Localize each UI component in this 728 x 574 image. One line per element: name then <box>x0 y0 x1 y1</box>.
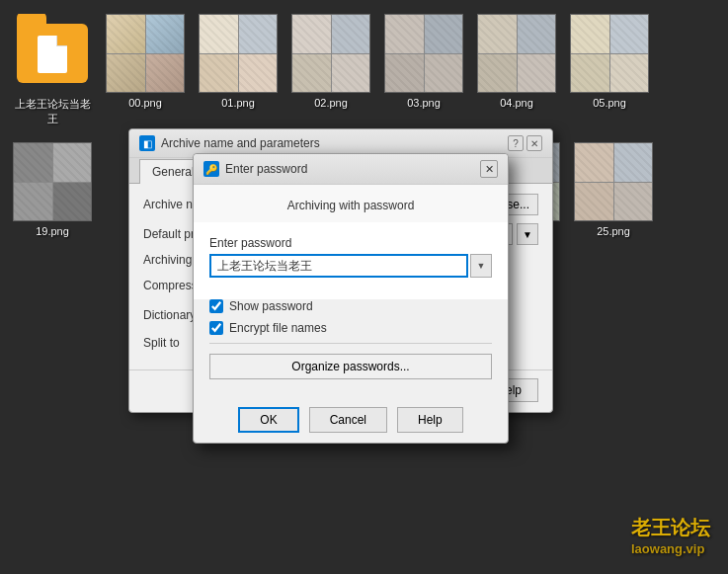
show-password-label[interactable]: Show password <box>229 299 313 313</box>
pwd-ok-btn[interactable]: OK <box>238 407 298 433</box>
folder-label: 上老王论坛当老王 <box>15 97 91 126</box>
pwd-action-row: OK Cancel Help <box>194 399 508 443</box>
pwd-help-btn[interactable]: Help <box>397 407 463 433</box>
thumbnail-05 <box>570 14 649 93</box>
pwd-titlebar: 🔑 Enter password ✕ <box>194 154 508 185</box>
pwd-section-divider <box>209 343 492 344</box>
pwd-input[interactable] <box>209 254 468 278</box>
show-password-row: Show password <box>209 299 492 313</box>
thumbnail-02 <box>291 14 370 93</box>
file-label-19: 19.png <box>36 225 69 237</box>
desktop: 上老王论坛当老王 00.png 01.png <box>0 0 728 574</box>
organize-passwords-btn[interactable]: Organize passwords... <box>209 354 492 379</box>
thumbnail-03 <box>384 14 463 93</box>
archive-help-btn[interactable]: ? <box>508 135 524 151</box>
pwd-dropdown-btn[interactable]: ▼ <box>470 254 492 278</box>
pwd-options-section: Show password Encrypt file names Organiz… <box>194 299 508 399</box>
file-item-19[interactable]: 19.png <box>8 136 97 243</box>
folder-item[interactable]: 上老王论坛当老王 <box>8 8 97 132</box>
file-label-04: 04.png <box>500 97 533 109</box>
file-label-03: 03.png <box>407 97 441 109</box>
show-password-checkbox[interactable] <box>209 299 223 313</box>
thumbnail-04 <box>477 14 556 93</box>
file-item-02[interactable]: 02.png <box>286 8 375 132</box>
encrypt-filenames-label[interactable]: Encrypt file names <box>229 321 327 335</box>
file-item-05[interactable]: 05.png <box>565 8 654 132</box>
file-item-00[interactable]: 00.png <box>101 8 190 132</box>
password-dialog: 🔑 Enter password ✕ Archiving with passwo… <box>193 153 509 444</box>
file-label-00: 00.png <box>128 97 162 109</box>
archive-title-left: ◧ Archive name and parameters <box>139 135 320 151</box>
pwd-cancel-btn[interactable]: Cancel <box>309 407 387 433</box>
file-label-05: 05.png <box>593 97 626 109</box>
encrypt-filenames-row: Encrypt file names <box>209 321 492 335</box>
archive-dialog-title: Archive name and parameters <box>161 136 320 150</box>
pwd-input-label: Enter password <box>209 236 492 250</box>
pwd-body: Enter password ▼ <box>194 222 508 299</box>
thumbnail-19 <box>13 142 92 221</box>
pwd-input-row: ▼ <box>209 254 492 278</box>
encrypt-filenames-checkbox[interactable] <box>209 321 223 335</box>
folder-thumbnail <box>13 14 92 93</box>
file-label-02: 02.png <box>314 97 348 109</box>
archive-dialog-icon: ◧ <box>139 135 155 151</box>
pwd-dialog-title: Enter password <box>225 162 307 176</box>
thumbnail-25 <box>574 142 653 221</box>
file-label-25: 25.png <box>597 225 630 237</box>
file-item-25[interactable]: 25.png <box>569 136 658 243</box>
thumbnail-00 <box>106 14 185 93</box>
file-label-01: 01.png <box>221 97 255 109</box>
default-profile-dropdown[interactable]: ▼ <box>517 223 538 245</box>
pwd-close-btn[interactable]: ✕ <box>480 160 498 178</box>
thumbnail-01 <box>199 14 278 93</box>
pwd-title-left: 🔑 Enter password <box>203 161 307 177</box>
pwd-dialog-icon: 🔑 <box>203 161 219 177</box>
archive-title-btn-row: ? ✕ <box>508 135 542 151</box>
watermark: 老王论坛 laowang.vip <box>631 515 710 556</box>
pwd-subtitle: Archiving with password <box>194 185 508 222</box>
file-item-01[interactable]: 01.png <box>194 8 283 132</box>
archive-close-btn[interactable]: ✕ <box>526 135 542 151</box>
file-item-03[interactable]: 03.png <box>379 8 468 132</box>
file-item-04[interactable]: 04.png <box>472 8 561 132</box>
